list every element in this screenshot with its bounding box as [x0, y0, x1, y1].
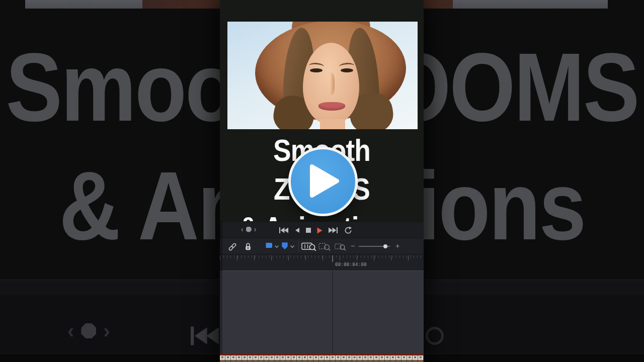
- flag-color-menu-chevron-icon[interactable]: [274, 245, 279, 248]
- timeline-gridline-4s: [332, 271, 333, 354]
- bg-sky-strip-right: [453, 0, 608, 9]
- bg-skip-to-start-icon: [189, 323, 220, 349]
- bg-loop-icon: [426, 327, 444, 345]
- filmstrip-frame[interactable]: [357, 355, 363, 362]
- filmstrip-frame[interactable]: [302, 355, 308, 362]
- video-thumbnail-stage: Smooth ZOOMS & Animations ‹ ›: [0, 0, 644, 362]
- scrub-right-icon: ›: [254, 226, 257, 233]
- filmstrip-frame[interactable]: [407, 355, 413, 362]
- filmstrip-frame[interactable]: [336, 355, 341, 362]
- filmstrip[interactable]: [220, 355, 424, 362]
- filmstrip-frame[interactable]: [259, 355, 264, 362]
- filmstrip-frame[interactable]: [413, 355, 418, 362]
- add-marker-icon[interactable]: [281, 242, 288, 249]
- timeline-left-shade: [220, 221, 222, 354]
- scrub-left-icon: ‹: [241, 226, 244, 233]
- scrub-dot-icon: [246, 227, 252, 232]
- timeline-full-extent-zoom-icon[interactable]: [301, 242, 316, 251]
- filmstrip-frame[interactable]: [330, 355, 336, 362]
- skip-to-start-button[interactable]: [278, 227, 289, 234]
- timeline-ruler[interactable]: 00:00:04:00: [220, 254, 424, 271]
- step-back-button[interactable]: [294, 227, 300, 233]
- timecode-label: 00:00:04:00: [335, 262, 367, 267]
- filmstrip-frame[interactable]: [308, 355, 313, 362]
- zoom-slider-thumb[interactable]: [383, 244, 387, 248]
- lock-track-icon[interactable]: [244, 242, 252, 251]
- timeline-track-area[interactable]: [220, 270, 424, 354]
- bg-chevron-left-icon: ‹: [67, 321, 74, 341]
- play-overlay-button[interactable]: [288, 147, 358, 216]
- play-triangle-icon: [310, 164, 339, 198]
- timeline-toolbar: − +: [220, 238, 424, 254]
- play-button[interactable]: [316, 227, 323, 234]
- filmstrip-frame[interactable]: [264, 355, 270, 362]
- left-eye: [310, 68, 323, 72]
- filmstrip-frame[interactable]: [341, 355, 347, 362]
- skip-to-end-button[interactable]: [328, 227, 339, 234]
- zoom-out-button[interactable]: −: [351, 241, 355, 250]
- filmstrip-frame[interactable]: [275, 355, 280, 362]
- detail-zoom-icon[interactable]: [335, 242, 347, 251]
- filmstrip-frame[interactable]: [319, 355, 325, 362]
- filmstrip-frame[interactable]: [220, 355, 225, 362]
- link-clips-icon[interactable]: [228, 242, 237, 251]
- short-video-frame: Smooth ZOOMS & Animations ‹ ›: [220, 0, 424, 362]
- bg-octagon-dot-icon: [81, 323, 96, 338]
- marker-color-menu-chevron-icon[interactable]: [290, 245, 295, 248]
- filmstrip-frame[interactable]: [236, 355, 242, 362]
- add-flag-icon[interactable]: [265, 242, 273, 249]
- filmstrip-frame[interactable]: [379, 355, 385, 362]
- filmstrip-frame[interactable]: [385, 355, 390, 362]
- bg-sky-strip-left: [25, 0, 142, 9]
- filmstrip-frame[interactable]: [352, 355, 358, 362]
- filmstrip-frame[interactable]: [248, 355, 253, 362]
- neck: [320, 119, 345, 129]
- right-eye: [341, 68, 353, 72]
- filmstrip-frame[interactable]: [253, 355, 259, 362]
- filmstrip-frame[interactable]: [286, 355, 291, 362]
- filmstrip-frame[interactable]: [368, 355, 374, 362]
- playhead-scrub-widget[interactable]: ‹ ›: [241, 226, 256, 233]
- ruler-major-ticks: [220, 255, 424, 260]
- woman-portrait-photo: [227, 22, 418, 129]
- filmstrip-frame[interactable]: [231, 355, 236, 362]
- zoom-slider[interactable]: [359, 246, 390, 247]
- filmstrip-frame[interactable]: [390, 355, 396, 362]
- transport-bar: ‹ ›: [220, 221, 424, 238]
- transport-buttons: [278, 226, 353, 234]
- zoom-in-button[interactable]: +: [395, 241, 399, 250]
- filmstrip-frame[interactable]: [374, 355, 379, 362]
- filmstrip-frame[interactable]: [325, 355, 330, 362]
- bg-hat-strip-right: [424, 0, 453, 9]
- nose: [328, 73, 335, 95]
- filmstrip-frame[interactable]: [225, 355, 231, 362]
- filmstrip-frame[interactable]: [418, 355, 424, 362]
- filmstrip-frame[interactable]: [396, 355, 401, 362]
- stop-button[interactable]: [305, 227, 311, 233]
- lips: [318, 102, 345, 111]
- filmstrip-frame[interactable]: [347, 355, 352, 362]
- filmstrip-frame[interactable]: [313, 355, 319, 362]
- toolbar-divider: [298, 241, 299, 252]
- loop-button[interactable]: [344, 226, 353, 234]
- filmstrip-frame[interactable]: [280, 355, 286, 362]
- ruler-4s-tick: [332, 255, 333, 262]
- box-zoom-icon[interactable]: [318, 242, 331, 251]
- filmstrip-frame[interactable]: [401, 355, 407, 362]
- bg-hat-strip-left: [142, 0, 220, 9]
- filmstrip-frame[interactable]: [269, 355, 275, 362]
- filmstrip-frame[interactable]: [297, 355, 302, 362]
- bg-chevron-right-icon: ›: [103, 321, 110, 341]
- filmstrip-frame[interactable]: [291, 355, 297, 362]
- filmstrip-frame[interactable]: [242, 355, 248, 362]
- bg-scrub-widget: ‹ ›: [67, 321, 110, 341]
- filmstrip-frame[interactable]: [363, 355, 368, 362]
